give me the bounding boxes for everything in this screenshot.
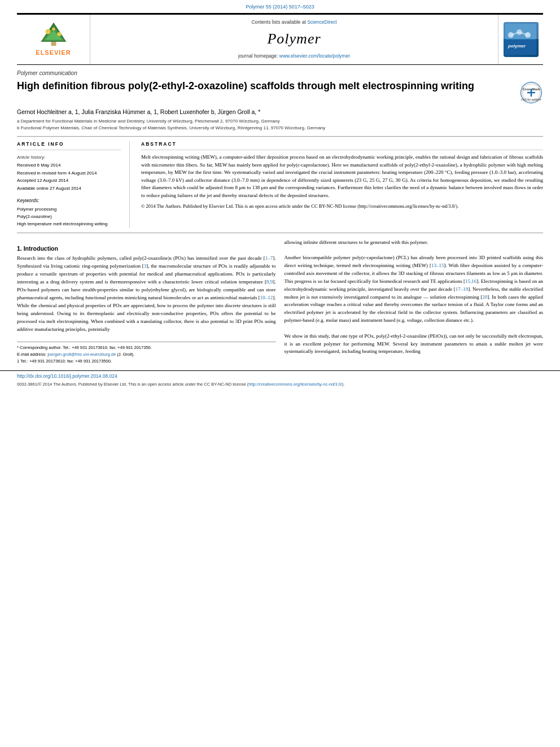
ref-13-15-link[interactable]: 13–15 <box>431 263 444 268</box>
license-link[interactable]: http://creativecommons.org/licenses/by-n… <box>248 382 342 387</box>
svg-point-10 <box>508 32 514 38</box>
abstract-text: Melt electrospinning writing (MEW), a co… <box>141 154 543 199</box>
main-body: 1. Introduction Research into the class … <box>17 239 543 365</box>
keyword-2: Poly(2-oxazoline) <box>17 213 121 221</box>
article-info-abstract-section: ARTICLE INFO Article history: Received 6… <box>17 141 543 228</box>
intro-title: 1. Introduction <box>17 244 276 253</box>
keyword-3: High temperature melt electrospinning wr… <box>17 221 121 228</box>
elsevier-tree-icon <box>34 21 73 47</box>
homepage-line: journal homepage: www.elsevier.com/locat… <box>238 53 350 60</box>
polymer-badge-section: polymer <box>498 15 543 64</box>
corresponding-author-note: * Corresponding author. Tel.: +49 931 20… <box>17 344 276 365</box>
elsevier-logo-section: ELSEVIER <box>17 15 90 64</box>
ref-17-19-link[interactable]: 17–19 <box>456 286 469 292</box>
doi-link[interactable]: http://dx.doi.org/10.1016/j.polymer.2014… <box>17 373 543 380</box>
open-access-note: © 2014 The Authors. Published by Elsevie… <box>141 203 543 210</box>
keywords-label: Keywords: <box>17 198 121 204</box>
footnotes-section: * Corresponding author. Tel.: +49 931 20… <box>17 342 276 365</box>
svg-point-5 <box>57 32 61 36</box>
journal-title-section: Contents lists available at ScienceDirec… <box>90 15 498 64</box>
intro-right-text-p2: Another biocompatible polymer poly(ε-cap… <box>285 254 544 325</box>
intro-right-text-p1: allowing infinite different structures t… <box>285 239 544 247</box>
keywords-section: Keywords: Polymer processing Poly(2-oxaz… <box>17 198 121 228</box>
svg-line-13 <box>511 32 519 35</box>
polymer-journal-badge: polymer <box>504 22 539 57</box>
article-history: Article history: Received 6 May 2014 Rec… <box>17 154 121 192</box>
body-left-col: 1. Introduction Research into the class … <box>17 239 276 365</box>
elsevier-label: ELSEVIER <box>34 49 73 57</box>
history-label: Article history: <box>17 154 121 161</box>
authors-line: Gernot Hochleitner a, 1, Julia Franziska… <box>17 108 543 116</box>
svg-text:click for updates: click for updates <box>521 98 541 101</box>
svg-point-11 <box>517 29 522 35</box>
bottom-bar: http://dx.doi.org/10.1016/j.polymer.2014… <box>0 370 560 390</box>
svg-point-4 <box>45 29 50 34</box>
copyright-line: 0032-3861/© 2014 The Authors. Published … <box>17 382 543 388</box>
article-info-header: ARTICLE INFO <box>17 141 121 150</box>
ref-3-link[interactable]: 3 <box>144 263 147 269</box>
intro-right-text-p3: We show in this study, that one type of … <box>285 333 544 356</box>
accepted-date: Accepted 12 August 2014 <box>17 177 121 185</box>
contents-available-line: Contents lists available at ScienceDirec… <box>251 19 336 26</box>
abstract-col: ABSTRACT Melt electrospinning writing (M… <box>141 141 543 228</box>
email-link[interactable]: juergen.groll@fmz.uni-wuerzburg.de <box>47 352 116 357</box>
affiliation-b: b Functional Polymer Materials, Chair of… <box>17 125 543 132</box>
crossmark-badge: CrossMark click for updates <box>520 82 543 104</box>
journal-homepage-link[interactable]: www.elsevier.com/locate/polymer <box>279 53 350 59</box>
ref-1-7-link[interactable]: 1–7 <box>265 255 273 261</box>
svg-line-14 <box>519 32 528 35</box>
svg-rect-8 <box>505 24 536 40</box>
article-title-section: High definition fibrous poly(2-ethyl-2-o… <box>17 80 543 104</box>
ref-10-12-link[interactable]: 10–12 <box>260 295 273 300</box>
ref-8-9-link[interactable]: 8,9 <box>266 279 273 285</box>
abstract-header: ABSTRACT <box>141 141 543 150</box>
received-revised-date: Received in revised form 4 August 2014 <box>17 169 121 177</box>
available-online-date: Available online 27 August 2014 <box>17 185 121 193</box>
journal-name: Polymer <box>267 29 321 49</box>
ref-20-link[interactable]: 20 <box>482 294 487 300</box>
keyword-1: Polymer processing <box>17 206 121 213</box>
body-right-col: allowing infinite different structures t… <box>285 239 544 365</box>
article-type: Polymer communication <box>17 69 543 77</box>
journal-volume-info: Polymer 55 (2014) 5017–5023 <box>0 0 560 13</box>
article-title: High definition fibrous poly(2-ethyl-2-o… <box>17 80 520 93</box>
affiliation-a: a Department for Functional Materials in… <box>17 118 543 125</box>
svg-point-12 <box>525 32 531 38</box>
svg-text:polymer: polymer <box>508 43 526 49</box>
intro-left-text: Research into the class of hydrophilic p… <box>17 255 276 333</box>
crossmark-icon: CrossMark click for updates <box>520 82 542 103</box>
sciencedirect-link[interactable]: ScienceDirect <box>307 19 336 25</box>
svg-point-6 <box>52 28 55 30</box>
ref-15-16-link[interactable]: 15,16 <box>465 278 476 284</box>
journal-header: ELSEVIER Contents lists available at Sci… <box>17 14 543 65</box>
affiliations: a Department for Functional Materials in… <box>17 118 543 132</box>
article-info-col: ARTICLE INFO Article history: Received 6… <box>17 141 130 228</box>
received-date: Received 6 May 2014 <box>17 161 121 169</box>
